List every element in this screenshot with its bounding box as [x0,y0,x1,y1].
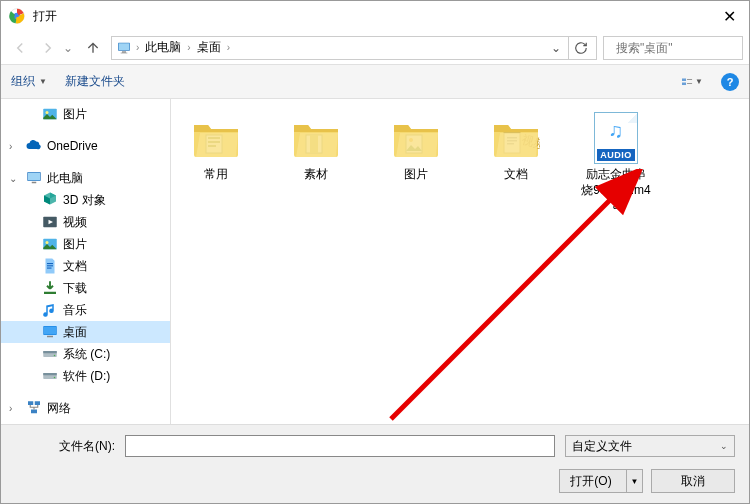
open-dropdown[interactable]: ▼ [626,470,642,492]
chrome-icon [9,8,25,24]
chevron-down-icon: ⌄ [720,441,728,451]
file-filter-select[interactable]: 自定义文件 ⌄ [565,435,735,457]
tree-item-video[interactable]: 视频 [1,211,170,233]
footer: 文件名(N): 自定义文件 ⌄ 打开(O) ▼ 取消 [1,424,749,503]
breadcrumb[interactable]: › 此电脑 › 桌面 › ⌄ [111,36,597,60]
network-icon [25,399,43,417]
filename-input[interactable] [125,435,555,457]
tree-item-docs[interactable]: 文档 [1,255,170,277]
up-button[interactable] [81,36,105,60]
crumb-pc[interactable]: 此电脑 [143,39,183,56]
music-icon [41,301,59,319]
tree-item-label: 视频 [63,214,87,231]
downloads-icon [41,279,59,297]
search-box[interactable] [603,36,743,60]
new-folder-button[interactable]: 新建文件夹 [65,73,125,90]
view-options-button[interactable]: ▼ [681,71,703,93]
tree-item-label: 系统 (C:) [63,346,110,363]
svg-point-28 [54,355,56,357]
svg-point-18 [46,241,49,244]
svg-rect-15 [32,182,37,184]
file-view[interactable]: 常用 素材 图片 视频 文档 ♫AUDIO 励志金曲串烧90年代.m4a [171,99,749,459]
file-label: 图片 [404,167,428,183]
folder-icon [191,113,241,163]
pc-icon [25,169,43,187]
organize-menu[interactable]: 组织▼ [11,73,47,90]
open-button[interactable]: 打开(O) ▼ [559,469,643,493]
video-icon [41,213,59,231]
pc-icon [116,40,132,56]
tree-item-label: 图片 [63,106,87,123]
svg-rect-8 [682,82,686,85]
tree-item-label: 此电脑 [47,170,83,187]
file-item[interactable]: 视频 文档 [481,113,551,183]
pictures-icon [41,105,59,123]
file-item[interactable]: 图片 [381,113,451,183]
svg-rect-30 [43,373,57,375]
svg-rect-19 [47,263,53,264]
drive-icon [41,367,59,385]
tree-item-network[interactable]: › 网络 [1,397,170,419]
svg-rect-34 [31,410,37,414]
svg-rect-22 [44,292,56,294]
docs-icon [41,257,59,275]
file-item[interactable]: 常用 [181,113,251,183]
tree-item-pictures[interactable]: 图片 [1,103,170,125]
drive-icon [41,345,59,363]
tree-item-label: 网络 [47,400,71,417]
svg-rect-4 [122,51,126,52]
tree-item-downloads[interactable]: 下载 [1,277,170,299]
window-title: 打开 [33,8,709,25]
tree-item-label: 桌面 [63,324,87,341]
svg-rect-7 [682,78,686,81]
titlebar: 打开 ✕ [1,1,749,31]
chevron-right-icon: › [136,42,139,53]
file-label: 励志金曲串烧90年代.m4a [581,167,651,214]
file-item[interactable]: 素材 [281,113,351,183]
file-label: 素材 [304,167,328,183]
refresh-button[interactable] [568,37,592,59]
svg-point-12 [46,111,49,114]
tree-item-pc[interactable]: ⌄ 此电脑 [1,167,170,189]
cancel-button[interactable]: 取消 [651,469,735,493]
svg-rect-33 [35,401,40,405]
file-item[interactable]: ♫AUDIO 励志金曲串烧90年代.m4a [581,113,651,214]
tree-item-label: 图片 [63,236,87,253]
crumb-desktop[interactable]: 桌面 [195,39,223,56]
svg-rect-21 [47,268,52,269]
toolbar: 组织▼ 新建文件夹 ▼ ? [1,65,749,99]
tree-item-drive[interactable]: 系统 (C:) [1,343,170,365]
svg-line-35 [391,194,616,419]
chevron-right-icon: › [227,42,230,53]
tree-item-label: 下载 [63,280,87,297]
history-dropdown[interactable]: ⌄ [63,41,75,55]
onedrive-icon [25,137,43,155]
svg-rect-3 [119,43,130,50]
audio-icon: ♫AUDIO [591,113,641,163]
close-button[interactable]: ✕ [709,1,749,31]
tree-item-label: 文档 [63,258,87,275]
file-label: 文档 [504,167,528,183]
tree-item-desktop[interactable]: 桌面 [1,321,170,343]
svg-rect-32 [28,401,33,405]
tree-item-label: 音乐 [63,302,87,319]
folder-icon [391,113,441,163]
tree-item-pictures[interactable]: 图片 [1,233,170,255]
sidebar[interactable]: 图片 › OneDrive ⌄ 此电脑 3D 对象 视频 图片 文档 [1,99,171,459]
pictures-icon [41,235,59,253]
search-input[interactable] [616,41,750,55]
svg-rect-20 [47,265,53,266]
forward-button[interactable] [35,35,61,61]
tree-item-music[interactable]: 音乐 [1,299,170,321]
desktop-icon [41,323,59,341]
svg-rect-25 [47,336,53,338]
breadcrumb-dropdown[interactable]: ⌄ [546,37,564,59]
help-button[interactable]: ? [721,73,739,91]
back-button[interactable] [7,35,33,61]
tree-item-drive[interactable]: 软件 (D:) [1,365,170,387]
filename-label: 文件名(N): [15,438,115,455]
folder-icon: 视频 [491,113,541,163]
svg-rect-24 [44,327,56,335]
tree-item-3d[interactable]: 3D 对象 [1,189,170,211]
tree-item-onedrive[interactable]: › OneDrive [1,135,170,157]
